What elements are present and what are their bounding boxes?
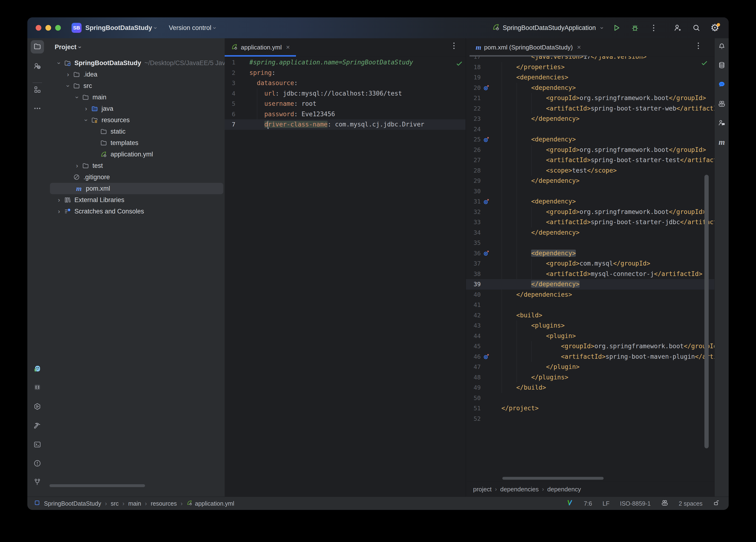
database-button[interactable] bbox=[715, 59, 728, 72]
run-button[interactable] bbox=[611, 23, 622, 33]
more-button[interactable] bbox=[31, 102, 44, 116]
tree-item-static[interactable]: ›static bbox=[48, 126, 225, 137]
terminal-button[interactable] bbox=[31, 438, 44, 452]
code-line-2: 2spring: bbox=[225, 68, 465, 78]
maven-update-icon[interactable] bbox=[481, 84, 492, 91]
tree-chevron-icon[interactable]: › bbox=[73, 162, 82, 169]
unlock-icon[interactable] bbox=[713, 499, 720, 508]
more-icon bbox=[33, 104, 41, 113]
inspections-ok-icon[interactable] bbox=[701, 60, 708, 68]
code-token: <dependencies> bbox=[501, 74, 568, 81]
tree-item-label: src bbox=[83, 82, 92, 90]
tree-item-templates[interactable]: ›templates bbox=[48, 137, 225, 149]
nav-item-application-yml[interactable]: application.yml bbox=[186, 500, 234, 507]
code-area-xml[interactable]: 17 <java.version>17</java.version>18 </p… bbox=[466, 56, 714, 481]
breadcrumb-dependency[interactable]: dependency bbox=[547, 486, 581, 493]
caret-position-widget[interactable]: 7:6 bbox=[584, 500, 592, 507]
tree-chevron-icon[interactable]: › bbox=[82, 116, 90, 125]
project-folder-button[interactable] bbox=[31, 40, 44, 53]
robot-button[interactable] bbox=[715, 97, 728, 111]
maven-update-icon[interactable] bbox=[481, 136, 492, 143]
code-token: </dependency> bbox=[501, 229, 580, 236]
line-separator-widget[interactable]: LF bbox=[603, 500, 610, 507]
user-question-button[interactable]: ? bbox=[31, 60, 44, 73]
project-name-menu[interactable]: SpringBootDataStudy bbox=[85, 24, 152, 32]
user-chat-button[interactable] bbox=[715, 117, 728, 130]
tree-item-pom-xml[interactable]: ›mpom.xml bbox=[50, 183, 223, 194]
tree-item--idea[interactable]: ›.idea bbox=[48, 69, 225, 80]
tree-chevron-icon[interactable]: › bbox=[54, 208, 63, 215]
minimize-window-button[interactable] bbox=[45, 25, 51, 31]
nav-item-main[interactable]: main bbox=[128, 500, 141, 507]
debug-button[interactable] bbox=[630, 23, 640, 33]
tree-chevron-icon[interactable]: › bbox=[73, 93, 81, 102]
maven-update-icon[interactable] bbox=[481, 198, 492, 205]
tree-item-application-yml[interactable]: ›application.yml bbox=[48, 149, 225, 160]
tree-chevron-icon[interactable]: › bbox=[82, 105, 91, 112]
version-control-menu[interactable]: Version control bbox=[169, 24, 211, 32]
chat-button[interactable] bbox=[715, 78, 728, 92]
editor-vertical-scrollbar[interactable] bbox=[704, 175, 709, 448]
code-token: </dependency> bbox=[501, 177, 580, 184]
build-button[interactable] bbox=[31, 420, 44, 433]
zoom-window-button[interactable] bbox=[55, 25, 61, 31]
right-tab-options-button[interactable] bbox=[698, 43, 699, 49]
code-token: </dependency> bbox=[501, 115, 580, 122]
tree-item-test[interactable]: ›test bbox=[48, 160, 225, 171]
line-number: 47 bbox=[466, 363, 481, 370]
tree-item-java[interactable]: ›java bbox=[48, 103, 225, 114]
tree-item-main[interactable]: ›main bbox=[48, 92, 225, 103]
code-token: org.springframework.boot bbox=[594, 343, 684, 350]
tree-chevron-icon[interactable]: › bbox=[54, 196, 63, 204]
tree-item-src[interactable]: ›src bbox=[48, 80, 225, 92]
brackets-button[interactable] bbox=[31, 381, 44, 394]
left-tab-options-button[interactable] bbox=[453, 43, 455, 49]
code-area-yaml[interactable]: 1#spring.application.name=SpringBootData… bbox=[225, 56, 465, 497]
settings-button[interactable]: ⚙ bbox=[710, 23, 720, 33]
tree-item-resources[interactable]: ›resources bbox=[48, 114, 225, 126]
tree-chevron-icon[interactable]: › bbox=[55, 58, 63, 68]
mascot-button[interactable] bbox=[31, 362, 44, 376]
breadcrumb-dependencies[interactable]: dependencies bbox=[500, 486, 539, 493]
chevron-down-icon[interactable]: › bbox=[76, 46, 83, 48]
breadcrumb-project[interactable]: project bbox=[473, 486, 492, 493]
tree-item--gitignore[interactable]: ›.gitignore bbox=[48, 171, 225, 183]
tree-item-scratches-and-consoles[interactable]: ›Scratches and Consoles bbox=[48, 206, 225, 217]
tab-application-yml[interactable]: application.yml × bbox=[225, 38, 296, 56]
code-line-5: 5 username: root bbox=[225, 99, 465, 109]
problems-button[interactable] bbox=[31, 457, 44, 470]
inspections-ok-icon[interactable] bbox=[456, 60, 463, 68]
nav-item-src[interactable]: src bbox=[111, 500, 119, 507]
tree-item-springbootdatastudy[interactable]: ›SpringBootDataStudy~/Desktop/CS/JavaEE/… bbox=[48, 57, 225, 69]
close-window-button[interactable] bbox=[36, 25, 41, 31]
status-bar: SpringBootDataStudy›src›main›resources›a… bbox=[27, 497, 729, 510]
tree-chevron-icon[interactable]: › bbox=[63, 71, 73, 78]
line-number: 50 bbox=[466, 395, 481, 402]
more-actions-button[interactable] bbox=[648, 23, 659, 33]
maven-update-icon[interactable] bbox=[481, 250, 492, 257]
code-with-me-button[interactable] bbox=[673, 23, 683, 33]
code-line-1: 1#spring.application.name=SpringBootData… bbox=[225, 57, 465, 68]
components-button[interactable] bbox=[31, 83, 44, 97]
robot-icon[interactable] bbox=[661, 499, 668, 508]
close-icon[interactable]: × bbox=[286, 44, 290, 51]
services-button[interactable] bbox=[31, 400, 44, 414]
maven-button[interactable]: m bbox=[715, 135, 728, 149]
v-plugin-icon[interactable] bbox=[566, 499, 573, 508]
tree-chevron-icon[interactable]: › bbox=[64, 81, 72, 90]
line-number: 51 bbox=[466, 405, 481, 412]
search-everywhere-button[interactable] bbox=[691, 23, 702, 33]
project-horizontal-scrollbar[interactable] bbox=[49, 484, 145, 487]
tree-item-external-libraries[interactable]: ›External Libraries bbox=[48, 194, 225, 206]
maven-update-icon[interactable] bbox=[481, 353, 492, 360]
tab-pom-xml[interactable]: m pom.xml (SpringBootDataStudy) × bbox=[470, 38, 587, 56]
run-configuration-selector[interactable]: SpringBootDataStudyApplication › bbox=[492, 23, 603, 33]
nav-item-springbootdatastudy[interactable]: SpringBootDataStudy bbox=[44, 500, 101, 507]
close-icon[interactable]: × bbox=[577, 44, 581, 51]
indent-widget[interactable]: 2 spaces bbox=[679, 500, 703, 507]
encoding-widget[interactable]: ISO-8859-1 bbox=[620, 500, 651, 507]
notifications-button[interactable] bbox=[715, 40, 728, 53]
nav-item-resources[interactable]: resources bbox=[151, 500, 177, 507]
editor-horizontal-scrollbar[interactable] bbox=[502, 477, 604, 480]
git-branch-button[interactable] bbox=[31, 476, 44, 489]
